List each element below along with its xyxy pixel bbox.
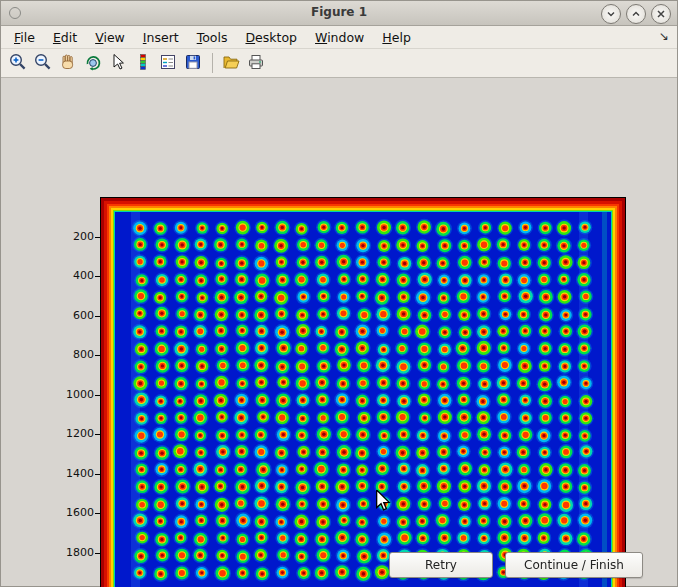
menu-file[interactable]: File xyxy=(5,27,44,48)
y-tick-mark xyxy=(95,513,100,514)
y-tick-label: 1600 xyxy=(58,506,94,519)
y-tick-mark xyxy=(95,553,100,554)
save-icon xyxy=(183,52,203,75)
zoom-in-icon xyxy=(8,52,28,75)
y-tick-label: 800 xyxy=(58,348,94,361)
legend-icon xyxy=(158,52,178,75)
continue-finish-button[interactable]: Continue / Finish xyxy=(505,552,643,578)
toolbar-data-cursor-button[interactable] xyxy=(106,51,130,75)
minimize-button[interactable] xyxy=(601,4,621,24)
y-tick-mark xyxy=(95,474,100,475)
plot-axes xyxy=(100,197,626,587)
retry-button[interactable]: Retry xyxy=(389,552,493,578)
y-tick-label: 1200 xyxy=(58,427,94,440)
y-tick-mark xyxy=(95,395,100,396)
minimize-icon xyxy=(606,9,616,19)
menu-window[interactable]: Window xyxy=(306,27,373,48)
window-controls xyxy=(601,4,671,24)
close-icon xyxy=(656,9,666,19)
rotate-3d-icon xyxy=(83,52,103,75)
menu-edit[interactable]: Edit xyxy=(44,27,86,48)
dock-arrow-icon[interactable]: ↘ xyxy=(659,29,669,43)
toolbar-separator xyxy=(212,53,213,73)
y-tick-label: 1400 xyxy=(58,467,94,480)
y-tick-label: 400 xyxy=(58,269,94,282)
toolbar-zoom-in-button[interactable] xyxy=(6,51,30,75)
menu-help[interactable]: Help xyxy=(373,27,420,48)
toolbar-print-button[interactable] xyxy=(244,51,268,75)
pan-icon xyxy=(58,52,78,75)
toolbar-rotate-3d-button[interactable] xyxy=(81,51,105,75)
y-tick-mark xyxy=(95,276,100,277)
y-tick-label: 1000 xyxy=(58,388,94,401)
toolbar-open-folder-button[interactable] xyxy=(219,51,243,75)
menu-insert[interactable]: Insert xyxy=(134,27,188,48)
figure-window: Figure 1 FileEditViewInsertToolsDesktopW… xyxy=(0,0,678,587)
toolbar-zoom-out-button[interactable] xyxy=(31,51,55,75)
toolbar-save-button[interactable] xyxy=(181,51,205,75)
menu-view[interactable]: View xyxy=(86,27,134,48)
maximize-button[interactable] xyxy=(626,4,646,24)
figure-canvas-area: Retry Continue / Finish 2004006008001000… xyxy=(1,78,677,586)
y-tick-mark xyxy=(95,237,100,238)
y-tick-mark xyxy=(95,355,100,356)
menubar: FileEditViewInsertToolsDesktopWindowHelp… xyxy=(1,26,677,49)
menu-tools[interactable]: Tools xyxy=(188,27,237,48)
y-tick-label: 1800 xyxy=(58,546,94,559)
y-tick-label: 200 xyxy=(58,230,94,243)
data-cursor-icon xyxy=(108,52,128,75)
menu-desktop[interactable]: Desktop xyxy=(236,27,306,48)
window-title: Figure 1 xyxy=(1,5,677,19)
y-tick-mark xyxy=(95,316,100,317)
toolbar xyxy=(1,49,677,78)
maximize-icon xyxy=(631,9,641,19)
y-tick-mark xyxy=(95,434,100,435)
y-tick-label: 600 xyxy=(58,309,94,322)
print-icon xyxy=(246,52,266,75)
open-folder-icon xyxy=(221,52,241,75)
zoom-out-icon xyxy=(33,52,53,75)
toolbar-pan-button[interactable] xyxy=(56,51,80,75)
titlebar[interactable]: Figure 1 xyxy=(1,1,677,26)
toolbar-colorbar-button[interactable] xyxy=(131,51,155,75)
heatmap-image[interactable] xyxy=(101,198,625,587)
toolbar-legend-button[interactable] xyxy=(156,51,180,75)
close-button[interactable] xyxy=(651,4,671,24)
colorbar-icon xyxy=(133,52,153,75)
